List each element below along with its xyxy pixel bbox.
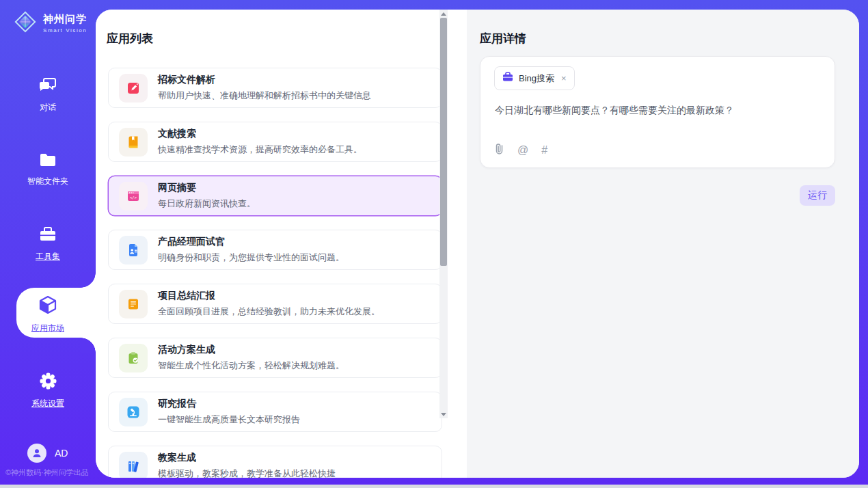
- active-tab-notch: [81, 273, 96, 288]
- app-name: 研究报告: [158, 398, 300, 410]
- svg-text:</>: </>: [130, 195, 137, 200]
- prompt-card: Bing搜索 × 今日湖北有哪些新闻要点？有哪些需要关注的最新政策？ @ #: [480, 56, 835, 168]
- app-description: 智能生成个性化活动方案，轻松解决规划难题。: [158, 360, 344, 372]
- tool-tag-bing-search[interactable]: Bing搜索 ×: [494, 66, 575, 90]
- sidebar-item-settings[interactable]: 系统设置: [0, 372, 96, 409]
- app-description: 快速精准查找学术资源，提高研究效率的必备工具。: [158, 144, 362, 156]
- book-icon: [119, 128, 148, 157]
- copyright-footer: ©神州数码·神州问学出品: [5, 467, 89, 478]
- clipboard-check-icon: [119, 344, 148, 372]
- app-list: 招标文件解析 帮助用户快速、准确地理解和解析招标书中的关键信息 文献搜索 快速精…: [96, 66, 467, 478]
- app-name: 活动方案生成: [158, 344, 344, 356]
- user-name: AD: [55, 448, 68, 459]
- close-icon[interactable]: ×: [561, 73, 567, 83]
- scrollbar-down-arrow[interactable]: [439, 410, 448, 418]
- app-list-panel: 应用列表 招标文件解析 帮助用户快速、准确地理解和解析招标书中的关键信息: [96, 10, 467, 478]
- app-detail-title: 应用详情: [480, 31, 526, 46]
- toolbox-icon: [38, 226, 57, 246]
- at-icon[interactable]: @: [517, 145, 528, 156]
- microscope-icon: [119, 398, 148, 426]
- app-description: 一键智能生成高质量长文本研究报告: [158, 414, 300, 426]
- cube-icon: [38, 295, 58, 318]
- sidebar: 神州问学 Smart Vision 对话 智能文件夹 工具集: [0, 0, 96, 485]
- bottom-strip: [0, 485, 868, 488]
- sidebar-item-label: 工具集: [36, 251, 60, 262]
- app-logo: 神州问学 Smart Vision: [12, 9, 87, 38]
- sidebar-item-app-market[interactable]: 应用市场: [0, 295, 96, 334]
- logo-subtitle: Smart Vision: [43, 27, 87, 33]
- content-shell: 应用列表 招标文件解析 帮助用户快速、准确地理解和解析招标书中的关键信息: [96, 10, 859, 478]
- briefcase-icon: [502, 72, 513, 85]
- app-detail-panel: 应用详情 Bing搜索 × 今日湖北有哪些新闻要点？有哪些需要关注的最新政策？: [467, 10, 859, 478]
- list-item[interactable]: 项目总结汇报 全面回顾项目进展，总结经验教训，助力未来优化发展。: [108, 284, 442, 324]
- books-icon: [119, 452, 148, 478]
- avatar: [27, 444, 46, 463]
- list-item[interactable]: 文献搜索 快速精准查找学术资源，提高研究效率的必备工具。: [108, 122, 442, 162]
- interview-document-icon: [119, 236, 148, 265]
- sidebar-item-label: 智能文件夹: [27, 176, 68, 187]
- app-name: 产品经理面试官: [158, 236, 344, 248]
- list-item[interactable]: 活动方案生成 智能生成个性化活动方案，轻松解决规划难题。: [108, 338, 442, 378]
- app-name: 项目总结汇报: [158, 290, 380, 302]
- app-description: 模板驱动，教案秒成，教学准备从此轻松快捷: [158, 467, 336, 478]
- active-tab-notch: [81, 338, 96, 353]
- gear-icon: [39, 372, 57, 393]
- scrollbar[interactable]: [439, 10, 448, 418]
- tool-tag-label: Bing搜索: [519, 72, 554, 85]
- app-list-title: 应用列表: [107, 31, 153, 46]
- app-description: 全面回顾项目进展，总结经验教训，助力未来优化发展。: [158, 306, 380, 318]
- app-name: 招标文件解析: [158, 74, 371, 86]
- app-description: 帮助用户快速、准确地理解和解析招标书中的关键信息: [158, 90, 371, 102]
- list-item[interactable]: 产品经理面试官 明确身份和职责，为您提供专业性的面试问题。: [108, 230, 442, 270]
- sidebar-item-toolset[interactable]: 工具集: [0, 226, 96, 262]
- scrollbar-up-arrow[interactable]: [439, 10, 448, 18]
- user-account[interactable]: AD: [27, 444, 68, 463]
- app-name: 文献搜索: [158, 128, 362, 140]
- app-name: 网页摘要: [158, 182, 256, 194]
- scrollbar-thumb[interactable]: [440, 18, 447, 266]
- sidebar-item-smart-folder[interactable]: 智能文件夹: [0, 152, 96, 187]
- paperclip-icon[interactable]: [494, 143, 504, 157]
- app-name: 教案生成: [158, 452, 336, 464]
- note-icon: [119, 290, 148, 318]
- list-item[interactable]: 教案生成 模板驱动，教案秒成，教学准备从此轻松快捷: [108, 446, 442, 478]
- list-item-selected[interactable]: </> 网页摘要 每日政府新闻资讯快查。: [108, 176, 442, 216]
- sidebar-item-chat[interactable]: 对话: [0, 77, 96, 113]
- edit-document-icon: [119, 74, 148, 103]
- attachment-toolbar: @ #: [494, 143, 547, 157]
- folder-icon: [38, 152, 57, 171]
- sidebar-item-label: 系统设置: [31, 398, 64, 409]
- chat-icon: [38, 77, 57, 97]
- list-item[interactable]: 招标文件解析 帮助用户快速、准确地理解和解析招标书中的关键信息: [108, 68, 442, 108]
- sidebar-item-label: 对话: [40, 102, 56, 113]
- app-description: 每日政府新闻资讯快查。: [158, 198, 256, 210]
- browser-code-icon: </>: [119, 182, 148, 211]
- prompt-input[interactable]: 今日湖北有哪些新闻要点？有哪些需要关注的最新政策？: [495, 105, 821, 117]
- list-item[interactable]: 研究报告 一键智能生成高质量长文本研究报告: [108, 392, 442, 432]
- diamond-logo-icon: [12, 9, 38, 38]
- sidebar-item-label: 应用市场: [31, 323, 64, 334]
- logo-title: 神州问学: [43, 13, 87, 26]
- hash-icon[interactable]: #: [541, 145, 547, 156]
- app-description: 明确身份和职责，为您提供专业性的面试问题。: [158, 252, 344, 264]
- run-button[interactable]: 运行: [800, 185, 835, 206]
